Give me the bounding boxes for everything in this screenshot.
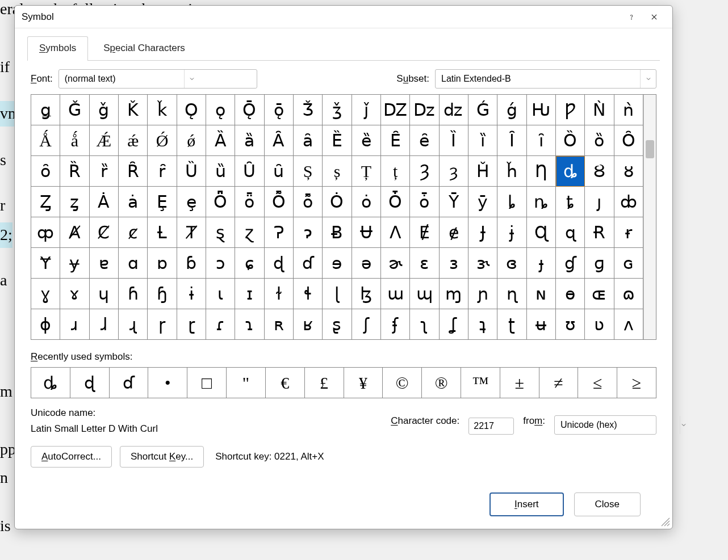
symbol-cell[interactable]: Ǵ <box>468 95 497 125</box>
symbol-cell[interactable]: ɹ <box>60 309 89 340</box>
autocorrect-button[interactable]: AutoCorrect... <box>31 446 112 468</box>
symbol-cell[interactable]: ǧ <box>90 95 119 125</box>
symbol-cell[interactable]: Ƿ <box>556 95 585 125</box>
symbol-cell[interactable]: ǫ <box>206 95 235 125</box>
symbol-cell[interactable]: ȃ <box>294 125 323 156</box>
symbol-cell[interactable]: Ȧ <box>90 187 119 217</box>
symbol-cell[interactable]: ȉ <box>468 125 497 156</box>
symbol-cell[interactable]: ǻ <box>60 125 89 156</box>
chevron-down-icon[interactable] <box>680 416 687 434</box>
recent-symbol-cell[interactable]: £ <box>305 368 344 398</box>
symbol-cell[interactable]: ȿ <box>206 217 235 248</box>
shortcut-key-button[interactable]: Shortcut Key... <box>120 446 204 468</box>
symbol-cell[interactable]: ǳ <box>440 95 468 125</box>
symbol-cell[interactable]: ɯ <box>381 279 410 309</box>
symbol-cell[interactable]: ɡ <box>585 248 614 279</box>
symbol-cell[interactable]: ȧ <box>119 187 148 217</box>
symbol-cell[interactable]: Ɏ <box>31 248 60 279</box>
symbol-cell[interactable]: ʃ <box>352 309 381 340</box>
symbol-cell[interactable]: Ȣ <box>585 156 614 187</box>
symbol-cell[interactable]: ȼ <box>119 217 148 248</box>
symbol-cell[interactable]: ɺ <box>90 309 119 340</box>
symbol-cell[interactable]: ɼ <box>148 309 177 340</box>
symbol-cell[interactable]: ɜ <box>440 248 468 279</box>
symbol-cell[interactable]: ɔ <box>206 248 235 279</box>
symbol-cell[interactable]: ȅ <box>352 125 381 156</box>
symbol-cell[interactable]: Ǻ <box>31 125 60 156</box>
recent-symbol-cell[interactable]: ± <box>500 368 539 398</box>
symbol-cell[interactable]: Ȼ <box>90 217 119 248</box>
symbol-cell[interactable]: ɢ <box>614 248 643 279</box>
symbol-cell[interactable]: ɱ <box>440 279 468 309</box>
recent-symbol-cell[interactable]: € <box>266 368 305 398</box>
symbol-cell[interactable]: ʇ <box>468 309 497 340</box>
symbol-cell[interactable]: Ǳ <box>381 95 410 125</box>
symbol-cell[interactable]: ȹ <box>31 217 60 248</box>
symbol-cell[interactable]: ɚ <box>381 248 410 279</box>
recent-symbol-cell[interactable]: □ <box>187 368 227 398</box>
symbol-cell[interactable]: ɰ <box>410 279 439 309</box>
symbol-cell[interactable]: ȟ <box>497 156 526 187</box>
symbol-cell[interactable]: Ⱦ <box>177 217 206 248</box>
symbol-cell[interactable]: Ɋ <box>527 217 556 248</box>
symbol-cell[interactable]: ȝ <box>440 156 468 187</box>
symbol-cell[interactable]: ȳ <box>468 187 497 217</box>
recent-symbol-cell[interactable]: ȡ <box>31 368 70 398</box>
symbol-cell[interactable]: ɝ <box>468 248 497 279</box>
symbol-cell[interactable]: ʀ <box>265 309 294 340</box>
symbol-cell[interactable]: ǯ <box>323 95 352 125</box>
symbol-cell[interactable]: ɍ <box>614 217 643 248</box>
close-button[interactable]: Close <box>574 492 641 516</box>
tab-special-characters[interactable]: Special Characters <box>91 36 197 61</box>
symbol-cell[interactable]: Ⱥ <box>60 217 89 248</box>
character-code-input[interactable] <box>468 418 514 435</box>
vertical-scrollbar[interactable] <box>643 95 656 339</box>
symbol-cell[interactable]: ɘ <box>323 248 352 279</box>
subset-input[interactable] <box>436 70 640 88</box>
symbol-cell[interactable]: ȥ <box>60 187 89 217</box>
symbol-cell[interactable]: Ȝ <box>410 156 439 187</box>
symbol-cell[interactable]: Ǧ <box>60 95 89 125</box>
symbol-cell[interactable]: ɵ <box>556 279 585 309</box>
symbol-cell[interactable]: ȭ <box>294 187 323 217</box>
symbol-cell[interactable]: ɣ <box>31 279 60 309</box>
symbol-cell[interactable]: Ȯ <box>323 187 352 217</box>
symbol-cell[interactable]: ɧ <box>148 279 177 309</box>
symbol-cell[interactable]: Ȁ <box>206 125 235 156</box>
symbol-cell[interactable]: ɀ <box>235 217 264 248</box>
font-input[interactable] <box>59 70 184 88</box>
symbol-cell[interactable]: Ɇ <box>410 217 439 248</box>
insert-button[interactable]: Insert <box>489 492 564 516</box>
symbol-cell[interactable]: ɕ <box>235 248 264 279</box>
symbol-cell[interactable]: Ǿ <box>148 125 177 156</box>
symbol-cell[interactable]: ɩ <box>206 279 235 309</box>
symbol-cell[interactable]: ȣ <box>614 156 643 187</box>
symbol-cell[interactable]: ɭ <box>323 279 352 309</box>
symbol-cell[interactable]: ȶ <box>556 187 585 217</box>
symbol-cell[interactable]: ʁ <box>294 309 323 340</box>
symbol-cell[interactable]: ʂ <box>323 309 352 340</box>
recent-symbol-cell[interactable]: ¥ <box>344 368 383 398</box>
symbol-cell[interactable]: ɶ <box>585 279 614 309</box>
help-button[interactable] <box>620 8 643 26</box>
symbol-cell[interactable]: ȱ <box>410 187 439 217</box>
recent-symbol-cell[interactable]: ≠ <box>539 368 579 398</box>
symbol-cell[interactable]: Ț <box>352 156 381 187</box>
symbol-cell[interactable]: Ǫ <box>177 95 206 125</box>
symbol-cell[interactable]: ɟ <box>527 248 556 279</box>
symbol-cell[interactable]: Ǭ <box>235 95 264 125</box>
symbol-cell[interactable]: Ǹ <box>585 95 614 125</box>
chevron-down-icon[interactable] <box>640 70 656 88</box>
symbol-cell[interactable]: ǥ <box>31 95 60 125</box>
symbol-cell[interactable]: ș <box>323 156 352 187</box>
symbol-cell[interactable]: Ȳ <box>440 187 468 217</box>
close-icon[interactable] <box>643 8 666 26</box>
symbol-cell[interactable]: Ʌ <box>381 217 410 248</box>
scrollbar-thumb[interactable] <box>646 140 654 158</box>
symbol-cell[interactable]: ǭ <box>265 95 294 125</box>
symbol-cell[interactable]: ɐ <box>90 248 119 279</box>
symbol-cell[interactable]: ȕ <box>206 156 235 187</box>
symbol-cell[interactable]: ǩ <box>148 95 177 125</box>
symbol-cell[interactable]: ɓ <box>177 248 206 279</box>
symbol-cell[interactable]: ɠ <box>556 248 585 279</box>
